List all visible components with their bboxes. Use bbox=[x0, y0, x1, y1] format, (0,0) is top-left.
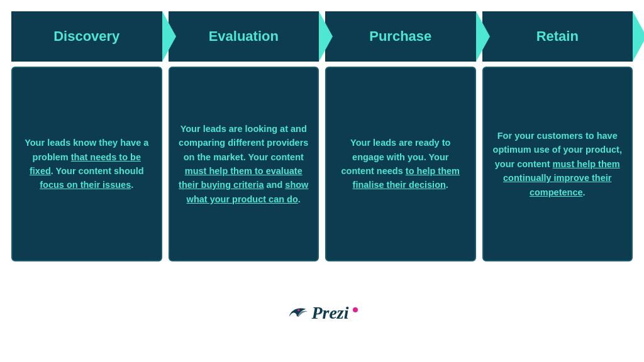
stage-header-evaluation: Evaluation bbox=[169, 11, 319, 62]
logo-dot bbox=[353, 307, 358, 312]
footer: Prezi bbox=[0, 261, 644, 362]
stage-body-retain: For your customers to have optimum use o… bbox=[482, 67, 633, 261]
logo-text: Prezi bbox=[311, 303, 348, 323]
slide: DiscoveryYour leads know they have a pro… bbox=[0, 0, 644, 362]
stage-text-evaluation: Your leads are looking at and comparing … bbox=[179, 122, 309, 207]
stage-col-evaluation: EvaluationYour leads are looking at and … bbox=[169, 11, 319, 261]
footer-logo: Prezi bbox=[286, 303, 357, 323]
stage-header-retain: Retain bbox=[482, 11, 633, 62]
bird-icon bbox=[286, 304, 309, 322]
stage-row: DiscoveryYour leads know they have a pro… bbox=[0, 0, 644, 261]
stage-header-discovery: Discovery bbox=[11, 11, 162, 62]
stage-col-purchase: PurchaseYour leads are ready to engage w… bbox=[325, 11, 476, 261]
stage-text-discovery: Your leads know they have a problem that… bbox=[21, 136, 152, 192]
stage-body-discovery: Your leads know they have a problem that… bbox=[11, 67, 162, 261]
stage-header-purchase: Purchase bbox=[325, 11, 476, 62]
stage-text-retain: For your customers to have optimum use o… bbox=[492, 129, 623, 199]
stage-col-retain: RetainFor your customers to have optimum… bbox=[482, 11, 633, 261]
svg-point-0 bbox=[297, 309, 300, 312]
stage-text-purchase: Your leads are ready to engage with you.… bbox=[335, 136, 466, 192]
stage-col-discovery: DiscoveryYour leads know they have a pro… bbox=[11, 11, 162, 261]
stage-body-purchase: Your leads are ready to engage with you.… bbox=[325, 67, 476, 261]
stage-body-evaluation: Your leads are looking at and comparing … bbox=[169, 67, 319, 261]
